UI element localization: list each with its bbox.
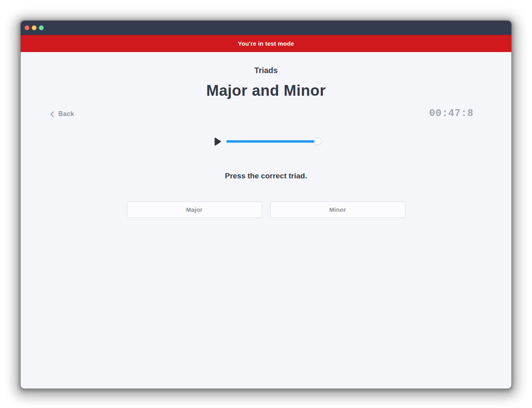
app-window: You're in test mode Triads Major and Min…: [21, 21, 511, 389]
play-icon: [214, 137, 221, 146]
chevron-left-icon: [50, 111, 54, 117]
answer-button-minor[interactable]: Minor: [270, 201, 405, 218]
traffic-light-minimize-button[interactable]: [32, 25, 37, 30]
play-button[interactable]: [214, 137, 221, 146]
traffic-light-expand-button[interactable]: [39, 25, 44, 30]
back-label: Back: [58, 109, 74, 119]
answer-buttons-row: Major Minor: [21, 201, 511, 218]
window-titlebar[interactable]: [21, 21, 511, 35]
nav-row: Back 00:47:8: [21, 109, 511, 119]
lesson-content: Triads Major and Minor Back 00:47:8: [21, 65, 511, 218]
back-button[interactable]: Back: [50, 109, 74, 119]
answer-button-major[interactable]: Major: [127, 201, 262, 218]
progress-slider[interactable]: [226, 140, 318, 143]
audio-player: [21, 137, 511, 146]
timer-display: 00:47:8: [429, 108, 474, 119]
test-mode-banner-text: You're in test mode: [238, 40, 294, 47]
slider-thumb[interactable]: [314, 138, 322, 145]
lesson-category: Triads: [21, 65, 511, 75]
traffic-light-close-button[interactable]: [25, 25, 29, 30]
lesson-title: Major and Minor: [21, 82, 511, 99]
instruction-text: Press the correct triad.: [21, 171, 511, 181]
test-mode-banner: You're in test mode: [21, 35, 511, 52]
player-progress-fill: [226, 140, 318, 143]
